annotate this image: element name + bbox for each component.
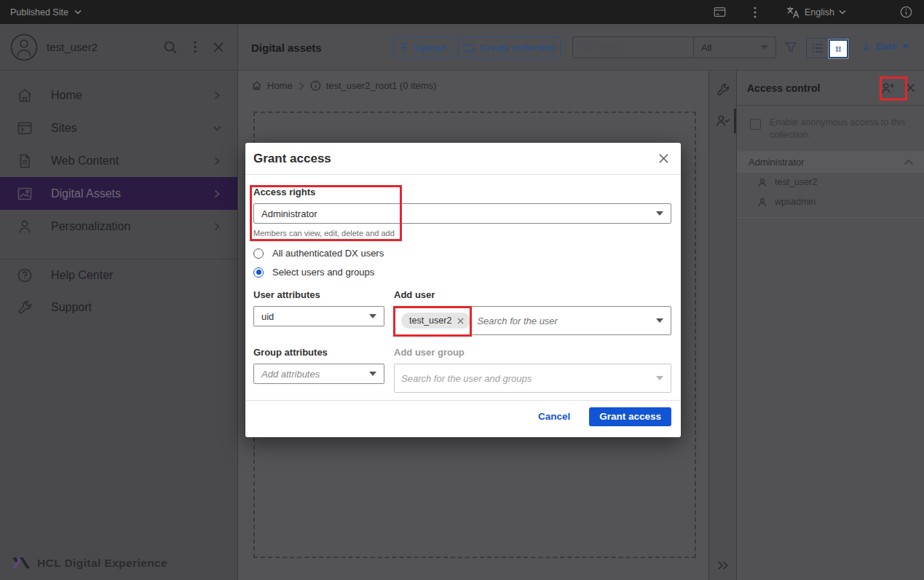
selected-user-chip[interactable]: test_user2 [401, 313, 470, 329]
create-collection-button[interactable]: Create collection [458, 36, 561, 58]
caret-down-icon [369, 372, 376, 376]
chevron-right-icon [299, 82, 304, 90]
page-title: Digital assets [251, 42, 322, 54]
user-attributes-select[interactable]: uid [253, 306, 384, 326]
panel-divider [737, 217, 924, 218]
chip-label: test_user2 [409, 316, 451, 326]
document-icon [16, 152, 33, 170]
access-control-header: Access control [737, 71, 924, 106]
user-attributes-value: uid [261, 311, 369, 322]
sidebar-item-home[interactable]: Home [0, 79, 237, 111]
modal-header: Grant access [245, 143, 681, 175]
access-user-row[interactable]: wpsadmin [737, 192, 924, 212]
modal-body: Access rights Administrator Members can … [245, 175, 681, 393]
user-fields-row: uid test_user2 [253, 306, 671, 335]
help-icon [16, 267, 33, 284]
sidebar-header: test_user2 [0, 24, 237, 71]
anonymous-access-checkbox[interactable] [750, 119, 761, 130]
search-scope-value: All [701, 42, 755, 53]
info-icon[interactable] [900, 6, 912, 18]
chevron-down-icon [211, 122, 223, 134]
caret-down-icon [656, 376, 663, 380]
language-menu[interactable]: English [786, 6, 846, 19]
access-rights-value: Administrator [261, 208, 656, 219]
avatar[interactable] [10, 34, 38, 61]
access-user-row[interactable]: test_user2 [737, 173, 924, 192]
radio-all-authenticated[interactable]: All authenticated DX users [253, 248, 671, 259]
role-group-label: Administrator [749, 157, 805, 168]
access-rights-select[interactable]: Administrator [253, 203, 671, 224]
sidebar-item-support[interactable]: Support [0, 291, 237, 324]
modal-title: Grant access [253, 152, 331, 166]
chevron-right-icon [211, 90, 223, 101]
sidebar-item-personalization[interactable]: Personalization [0, 210, 237, 243]
home-icon [16, 87, 33, 104]
upload-button[interactable]: Upload [393, 36, 451, 58]
sidebar-username: test_user2 [47, 41, 98, 53]
chevron-right-icon [211, 188, 223, 200]
wrench-icon [16, 299, 33, 316]
caret-down-icon [656, 318, 663, 323]
role-group-administrator[interactable]: Administrator [737, 152, 924, 173]
app-window: Published Site English te [0, 0, 924, 580]
chip-remove-icon[interactable] [457, 318, 464, 324]
properties-wrench-icon[interactable] [715, 82, 731, 98]
panel-icon-strip [708, 71, 737, 580]
group-attributes-select[interactable]: Add attributes [253, 364, 384, 384]
chevron-right-icon [211, 221, 223, 232]
access-control-title: Access control [747, 82, 820, 94]
close-icon[interactable] [906, 83, 915, 93]
add-user-field[interactable]: test_user2 [394, 306, 671, 335]
window-icon[interactable] [714, 7, 726, 17]
image-icon [16, 185, 33, 203]
sort-dropdown[interactable]: Date [861, 41, 909, 52]
search-input[interactable] [595, 42, 693, 53]
add-user-group-field[interactable] [394, 364, 671, 393]
person-icon [757, 177, 767, 188]
breadcrumb-current[interactable]: test_user2_root1 (0 items) [310, 80, 437, 91]
published-site-menu[interactable]: Published Site [10, 7, 82, 17]
close-icon[interactable] [213, 42, 224, 53]
access-user-name: test_user2 [775, 177, 817, 187]
list-view-button[interactable] [807, 39, 828, 58]
add-user-person-plus-icon[interactable] [880, 81, 896, 95]
upload-icon [398, 42, 409, 53]
add-user-label: Add user [394, 289, 671, 300]
translate-icon [786, 6, 800, 19]
group-attributes-placeholder: Add attributes [261, 369, 369, 380]
close-icon[interactable] [658, 153, 669, 164]
cancel-button[interactable]: Cancel [538, 411, 570, 422]
grant-access-modal: Grant access Access rights Administrator… [245, 143, 681, 437]
radio-select-users-groups[interactable]: Select users and groups [253, 267, 671, 278]
info-icon [310, 80, 321, 91]
kebab-menu-icon[interactable] [754, 7, 757, 18]
chevron-down-icon [839, 9, 846, 15]
caret-down-icon [656, 211, 663, 216]
filter-icon[interactable] [783, 40, 798, 55]
sidebar-item-web-content[interactable]: Web Content [0, 144, 237, 177]
active-panel-indicator [734, 109, 736, 133]
collapse-panel-icon[interactable] [716, 560, 730, 571]
breadcrumb: Home test_user2_root1 (0 items) [251, 80, 436, 91]
sidebar-item-sites[interactable]: Sites [0, 111, 237, 144]
add-user-group-search-input[interactable] [401, 373, 649, 384]
caret-down-icon [902, 44, 909, 49]
person-icon [757, 197, 767, 208]
sidebar-item-help-center[interactable]: Help Center [0, 259, 237, 291]
kebab-menu-icon[interactable] [194, 41, 197, 53]
radio-icon [253, 248, 264, 259]
grid-view-button[interactable] [828, 39, 849, 59]
brand-logo: HCL Digital Experience [12, 555, 167, 571]
grant-access-button[interactable]: Grant access [589, 407, 671, 426]
modal-footer: Cancel Grant access [245, 400, 681, 432]
sidebar-item-digital-assets[interactable]: Digital Assets [0, 177, 237, 210]
access-control-person-check-icon[interactable] [715, 113, 731, 129]
add-user-search-input[interactable] [477, 316, 649, 326]
breadcrumb-home[interactable]: Home [251, 80, 293, 91]
sites-icon [16, 119, 33, 137]
search-scope-dropdown[interactable]: All [694, 42, 775, 53]
home-icon [251, 80, 262, 91]
access-control-panel: Access control Enable anonymous access t… [737, 71, 924, 580]
search-icon[interactable] [163, 40, 178, 55]
group-fields-row: Add attributes [253, 364, 671, 393]
